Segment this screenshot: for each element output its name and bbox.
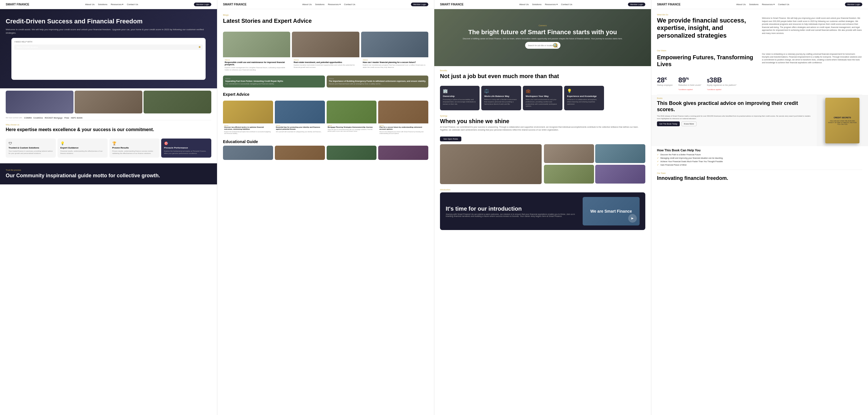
logo-3: SMART FINANCE bbox=[440, 3, 464, 6]
books-desc: The 2016 release of Smart Finance marks … bbox=[657, 115, 811, 120]
nav-contact-2[interactable]: Contact Us bbox=[344, 3, 355, 6]
workspace-icon: 💼 bbox=[526, 89, 560, 93]
synergy-section: Synergy When you shine we shine At Smart… bbox=[434, 110, 651, 144]
help-item-text-4: Gain Financial Peace of Mind bbox=[660, 164, 686, 166]
nav-solutions-1[interactable]: Solutions bbox=[98, 3, 107, 6]
badge-3: Advice bbox=[363, 59, 427, 61]
nav-about-4[interactable]: About Us bbox=[737, 3, 746, 6]
vision-section: Our Vision Empowering Futures, Transform… bbox=[651, 46, 868, 73]
we-are-text: We are Smart Finance bbox=[590, 209, 632, 213]
synergy-img bbox=[440, 144, 541, 184]
exp-body-2: Advice Essential tips for protecting you… bbox=[275, 123, 325, 134]
card-expert: 💡 Expert Guidance Financial results, und… bbox=[58, 139, 107, 158]
member-login-btn-2[interactable]: Member Login bbox=[411, 3, 428, 6]
book-visual: CREDIT SECRETS YOU CAN GET OVER THE FEAR… bbox=[817, 95, 868, 146]
menu-item-label: Raise Credit Scores bbox=[17, 46, 38, 49]
nav-resources-1[interactable]: Resources ▾ bbox=[111, 3, 123, 6]
ownership-icon: 🏢 bbox=[443, 89, 477, 93]
side-title-1: Separating Fact from Fiction: Unraveling… bbox=[225, 80, 323, 82]
nav-links-3: About Us Solutions Resources ▾ Contact U… bbox=[520, 3, 572, 6]
benefit-title-3: Workspace Your Way bbox=[526, 95, 560, 97]
p3-hero-title: The bright future of Smart Finance start… bbox=[460, 29, 626, 36]
exp-body-3: Advice Mortgage Planning Strategies Home… bbox=[327, 123, 377, 133]
nav-about-2[interactable]: About Us bbox=[303, 3, 312, 6]
blogs-section: Blogs Latest Stories and Expert Advice bbox=[217, 9, 434, 32]
synergy-img-4 bbox=[544, 165, 594, 183]
nav-resources-4[interactable]: Resources ▾ bbox=[762, 3, 774, 6]
navbar-4: SMART FINANCE About Us Solutions Resourc… bbox=[651, 0, 868, 9]
exp-title-4: Plan for a secure future by understandin… bbox=[379, 126, 427, 130]
search-submit-btn[interactable]: 🔍 bbox=[553, 43, 558, 48]
card-desc-proven: Proven results, understanding finance su… bbox=[112, 150, 157, 155]
menu-raise-credit[interactable]: Raise Credit Scores bbox=[14, 45, 203, 50]
job-search-input[interactable] bbox=[528, 45, 553, 47]
nav-contact-3[interactable]: Contact Us bbox=[561, 3, 572, 6]
nav-resources-2[interactable]: Resources ▾ bbox=[328, 3, 340, 6]
nav-solutions-3[interactable]: Solutions bbox=[532, 3, 541, 6]
benefit-desc-3: Make your work environment to suit your … bbox=[526, 99, 560, 108]
need-help-label: I NEED HELP WITH bbox=[14, 41, 203, 43]
p3-hero-sub: Discover a fulfilling career at Smart Fi… bbox=[452, 38, 634, 40]
menu-credit-card[interactable]: Get Credit Card bbox=[14, 50, 203, 55]
synergy-img-grid bbox=[544, 144, 646, 184]
exp-desc-4: Secure and safeguard your future with Sm… bbox=[379, 131, 427, 134]
help-item-4: Gain Financial Peace of Mind bbox=[657, 164, 862, 166]
exp-img-4 bbox=[378, 100, 428, 123]
stat-employees-label: Startup employee bbox=[657, 84, 673, 86]
member-login-btn-1[interactable]: Member Login bbox=[194, 3, 211, 6]
stat-equity-label: Equity registered on the platform* bbox=[707, 84, 737, 86]
see-open-roles-btn[interactable]: See Open Roles bbox=[440, 137, 461, 141]
p3-hero-img: Careers The bright future of Smart Finan… bbox=[434, 9, 651, 66]
p1-hero-desc: Welcome to credit assist. We will help y… bbox=[6, 28, 211, 34]
exp-card-3: Advice Mortgage Planning Strategies Home… bbox=[327, 100, 377, 135]
blog-desc-2: Explore lucrative real estate investment… bbox=[293, 64, 358, 69]
nav-resources-3[interactable]: Resources ▾ bbox=[545, 3, 557, 6]
nav-contact-1[interactable]: Contact Us bbox=[127, 3, 138, 6]
benefit-desc-1: Promoting a culture of accountability an… bbox=[443, 99, 477, 105]
blog-body-3: Advice How can I master financial planni… bbox=[361, 57, 428, 70]
logo-4: SMART FINANCE bbox=[657, 3, 681, 6]
nav-about-3[interactable]: About Us bbox=[520, 3, 529, 6]
what-we-do-section: What We Do We provide financial success,… bbox=[651, 9, 868, 46]
target-icon: 🎯 bbox=[164, 141, 209, 145]
blog-desc-3: Explore our revolutionary program that h… bbox=[363, 64, 427, 69]
edu-cards-grid bbox=[223, 146, 428, 160]
card-pinnacle: 🎯 Pinnacle Performance Explore the funda… bbox=[161, 139, 211, 158]
expert-cards-grid: Advice Uncover tax-efficient tactics to … bbox=[217, 100, 434, 137]
blog-title-1: Responsible credit use and maintenance f… bbox=[225, 61, 288, 66]
nav-solutions-4[interactable]: Solutions bbox=[749, 3, 758, 6]
menu-personal-loan[interactable]: Personal Loan bbox=[14, 71, 203, 77]
nav-links-2: About Us Solutions Resources ▾ Contact U… bbox=[303, 3, 355, 6]
benefits-title: Not just a job but even much more than t… bbox=[440, 73, 645, 80]
menu-business-loan[interactable]: Business Loan bbox=[14, 66, 203, 71]
menu-auto-loan[interactable]: Auto Loan bbox=[14, 61, 203, 66]
nav-contact-4[interactable]: Contact Us bbox=[778, 3, 789, 6]
know-more-btn[interactable]: Know More bbox=[681, 121, 696, 126]
synergy-img-5 bbox=[595, 165, 645, 183]
member-login-btn-3[interactable]: Member Login bbox=[628, 3, 645, 6]
book-cover-title: CREDIT SECRETS bbox=[828, 116, 857, 119]
blog-img-3 bbox=[361, 32, 428, 57]
nav-about-1[interactable]: About Us bbox=[85, 3, 95, 6]
knowledge-icon: 💡 bbox=[567, 89, 601, 93]
badge-1: Advice bbox=[225, 59, 288, 61]
worked-with-section: We have worked with: COINR8 CreditOne RO… bbox=[0, 116, 217, 120]
get-book-btn[interactable]: Get The Book Today bbox=[657, 121, 680, 126]
blog-card-3: Advice How can I master financial planni… bbox=[361, 32, 428, 73]
nav-solutions-2[interactable]: Solutions bbox=[315, 3, 324, 6]
menu-mortgage[interactable]: Get Mortgage bbox=[14, 55, 203, 61]
benefit-card-3: 💼 Workspace Your Way Make your work envi… bbox=[523, 86, 562, 110]
edu-card-1 bbox=[223, 146, 273, 160]
member-login-btn-4[interactable]: Member Login bbox=[845, 3, 862, 6]
blog-body-1: Advice Responsible credit use and mainte… bbox=[223, 57, 290, 73]
trust-tag: Trust the process bbox=[6, 169, 211, 171]
stat-debt-note: *conditions applied bbox=[678, 89, 692, 90]
blog-card-2: Advice Real estate investment, and poten… bbox=[292, 32, 359, 73]
intro-title: It's time for our introduction bbox=[446, 205, 580, 212]
synergy-title: When you shine we shine bbox=[440, 118, 645, 124]
why-tag: Why choose us bbox=[6, 124, 211, 126]
play-btn[interactable]: ▶ bbox=[628, 214, 637, 223]
intro-desc: Journey with Smart Finance! As we extend… bbox=[446, 213, 580, 217]
edu-card-3 bbox=[327, 146, 377, 160]
exp-body-4: Advice Plan for a secure future by under… bbox=[378, 123, 428, 135]
